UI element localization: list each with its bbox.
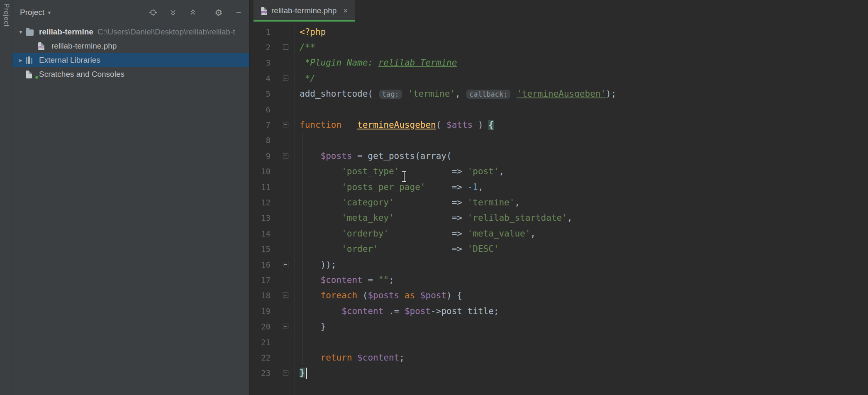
- libraries-icon: [26, 56, 37, 64]
- collapse-all-icon[interactable]: [188, 7, 198, 17]
- line-number: 21: [250, 338, 271, 347]
- chevron-down-icon: ▾: [48, 9, 51, 16]
- code-line-9[interactable]: 9 $posts = get_posts(array(: [250, 148, 868, 163]
- fold-marker-icon[interactable]: [283, 122, 288, 127]
- code-line-23[interactable]: 23}: [250, 366, 868, 381]
- gutter-fold-column: [271, 133, 295, 148]
- gutter-fold-column: [271, 39, 295, 55]
- gutter-fold-column: [271, 24, 295, 39]
- code-line-16[interactable]: 16 ));: [250, 257, 868, 272]
- gutter-fold-column: [271, 179, 295, 195]
- tree-item-project-root[interactable]: ▾ relilab-termine C:\Users\Daniel\Deskto…: [12, 25, 249, 39]
- line-number: 11: [250, 183, 271, 192]
- gutter-fold-column: [271, 226, 295, 241]
- code-line-17[interactable]: 17 $content = "";: [250, 272, 868, 288]
- line-number: 7: [250, 120, 271, 129]
- fold-marker-icon[interactable]: [283, 153, 288, 158]
- fold-marker-icon[interactable]: [283, 324, 288, 329]
- code-line-1[interactable]: 1<?php: [250, 24, 868, 39]
- tool-window-stripe: Project: [0, 0, 12, 395]
- line-number: 20: [250, 322, 271, 331]
- code-line-8[interactable]: 8: [250, 133, 868, 148]
- tree-item-label: relilab-termine.php: [51, 41, 117, 51]
- code-text: */: [300, 73, 315, 83]
- scratches-icon: [26, 71, 37, 78]
- gutter-fold-column: [271, 164, 295, 179]
- code-text: <?php: [300, 27, 326, 37]
- gutter-fold-column: [271, 148, 295, 163]
- gutter-fold-column: [271, 241, 295, 256]
- settings-gear-icon[interactable]: ⚙: [214, 7, 224, 17]
- code-line-2[interactable]: 2/**: [250, 39, 868, 55]
- code-line-19[interactable]: 19 $content .= $post->post_title;: [250, 303, 868, 319]
- code-text: $content .= $post->post_title;: [300, 306, 499, 316]
- tree-item-scratches[interactable]: Scratches and Consoles: [12, 67, 249, 81]
- line-number: 5: [250, 89, 271, 98]
- line-number: 16: [250, 260, 271, 269]
- code-line-21[interactable]: 21: [250, 334, 868, 350]
- code-line-5[interactable]: 5add_shortcode( tag: 'termine', callback…: [250, 86, 868, 102]
- code-line-3[interactable]: 3 *Plugin Name: relilab Termine: [250, 55, 868, 71]
- chevron-down-icon[interactable]: ▾: [16, 28, 26, 36]
- fold-marker-icon[interactable]: [283, 76, 288, 81]
- code-line-13[interactable]: 13 'meta_key' => 'relilab_startdate',: [250, 210, 868, 226]
- line-number: 10: [250, 167, 271, 176]
- code-line-10[interactable]: 10 'post_type' => 'post',: [250, 164, 868, 179]
- expand-all-icon[interactable]: [168, 7, 178, 17]
- gutter-fold-column: [271, 334, 295, 350]
- code-line-7[interactable]: 7function termineAusgeben( $atts ) {: [250, 117, 868, 132]
- gutter-fold-column: [271, 102, 295, 117]
- tree-item-php-file[interactable]: php relilab-termine.php: [12, 39, 249, 53]
- ide-window: Project Project ▾ ⚙ −: [0, 0, 868, 395]
- close-tab-icon[interactable]: ×: [343, 6, 348, 15]
- tree-item-external-libraries[interactable]: ▸ External Libraries: [12, 53, 249, 67]
- code-editor[interactable]: 1<?php2/**3 *Plugin Name: relilab Termin…: [250, 22, 868, 395]
- project-view-selector[interactable]: Project ▾: [20, 8, 51, 17]
- gutter-fold-column: [271, 210, 295, 226]
- gutter-fold-column: [271, 272, 295, 288]
- line-number: 19: [250, 307, 271, 316]
- code-line-14[interactable]: 14 'orderby' => 'meta_value',: [250, 226, 868, 241]
- line-number: 3: [250, 58, 271, 67]
- locate-file-icon[interactable]: [148, 7, 158, 17]
- code-line-20[interactable]: 20 }: [250, 319, 868, 334]
- code-line-4[interactable]: 4 */: [250, 71, 868, 86]
- code-line-11[interactable]: 11 'posts_per_page' => -1,: [250, 179, 868, 195]
- tab-relilab-termine-php[interactable]: php relilab-termine.php ×: [254, 0, 355, 22]
- gutter-fold-column: [271, 117, 295, 132]
- tree-item-label: Scratches and Consoles: [39, 70, 124, 79]
- code-line-12[interactable]: 12 'category' => 'termine',: [250, 195, 868, 210]
- line-number: 15: [250, 244, 271, 254]
- code-line-6[interactable]: 6: [250, 102, 868, 117]
- line-number: 14: [250, 229, 271, 238]
- code-text: 'orderby' => 'meta_value',: [300, 229, 536, 239]
- line-number: 18: [250, 291, 271, 300]
- chevron-right-icon[interactable]: ▸: [16, 56, 26, 64]
- line-number: 12: [250, 198, 271, 207]
- code-text: *Plugin Name: relilab Termine: [300, 58, 457, 68]
- hide-panel-icon[interactable]: −: [234, 7, 244, 17]
- text-caret: [306, 368, 307, 379]
- fold-marker-icon[interactable]: [283, 370, 288, 375]
- code-text: 'category' => 'termine',: [300, 198, 520, 207]
- tree-item-label: External Libraries: [39, 56, 100, 65]
- code-line-18[interactable]: 18 foreach ($posts as $post) {: [250, 288, 868, 303]
- code-text: ));: [300, 260, 336, 270]
- fold-marker-icon[interactable]: [283, 262, 288, 267]
- stripe-project-button[interactable]: Project: [2, 3, 10, 27]
- editor-tab-bar: php relilab-termine.php ×: [250, 0, 868, 22]
- code-text: }: [300, 368, 307, 379]
- line-number: 17: [250, 276, 271, 285]
- gutter-fold-column: [271, 366, 295, 381]
- code-text: 'meta_key' => 'relilab_startdate',: [300, 213, 572, 223]
- code-text: }: [300, 322, 326, 332]
- gutter-fold-column: [271, 195, 295, 210]
- code-text: $posts = get_posts(array(: [300, 151, 452, 161]
- fold-marker-icon[interactable]: [283, 293, 288, 298]
- code-line-15[interactable]: 15 'order' => 'DESC': [250, 241, 868, 256]
- code-line-22[interactable]: 22 return $content;: [250, 350, 868, 365]
- fold-marker-icon[interactable]: [283, 44, 288, 50]
- line-number: 9: [250, 151, 271, 161]
- line-number: 8: [250, 136, 271, 145]
- code-text: add_shortcode( tag: 'termine', callback:…: [300, 89, 616, 99]
